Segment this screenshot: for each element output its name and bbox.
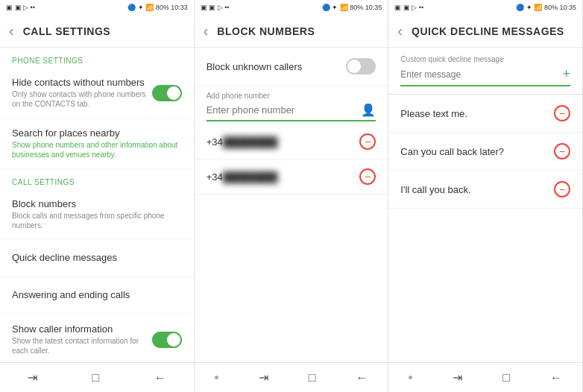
decline-msg-3: I'll call you back. xyxy=(400,184,470,195)
nav-back-3[interactable]: ← xyxy=(550,371,562,385)
decline-msg-row-1: Please text me. − xyxy=(388,95,582,133)
custom-label: Custom quick decline message xyxy=(400,55,570,63)
top-bar-3: ‹ QUICK DECLINE MESSAGES xyxy=(388,15,582,48)
status-icons-right-2: 🔵 ✦ 📶 80% 10:35 xyxy=(322,4,382,11)
call-settings-content: PHONE SETTINGS Hide contacts without num… xyxy=(0,48,194,362)
add-message-button[interactable]: + xyxy=(563,66,571,82)
section-call-settings: CALL SETTINGS xyxy=(0,169,194,189)
custom-message-section: Custom quick decline message + xyxy=(388,48,582,95)
nav-recents-1[interactable]: ⇥ xyxy=(28,370,37,385)
page-title-1: CALL SETTINGS xyxy=(23,25,110,37)
hide-contacts-toggle[interactable] xyxy=(152,85,182,101)
nav-home-2[interactable]: □ xyxy=(309,371,316,385)
status-icons-left-3: ▣ ▣ ▷ •• xyxy=(394,4,423,11)
status-icons-left-1: ▣ ▣ ▷ •• xyxy=(6,4,35,11)
answering-ending-title: Answering and ending calls xyxy=(12,289,182,300)
status-bar-right-2: 🔵 ✦ 📶 80% 10:35 xyxy=(322,4,382,11)
block-numbers-desc: Block calls and messages from specific p… xyxy=(12,211,182,230)
remove-number-2[interactable]: − xyxy=(359,168,376,185)
answering-ending-item[interactable]: Answering and ending calls xyxy=(0,277,194,314)
quick-decline-title: Quick decline messages xyxy=(12,252,182,263)
back-button-3[interactable]: ‹ xyxy=(397,22,403,39)
hide-contacts-title: Hide contacts without numbers xyxy=(12,77,152,88)
status-bar-left-1: ▣ ▣ ▷ •• xyxy=(6,4,35,11)
block-unknown-row[interactable]: Block unknown callers xyxy=(195,48,388,86)
status-icons-right-3: 🔵 ✦ 📶 80% 10:35 xyxy=(516,4,576,11)
caller-info-toggle[interactable] xyxy=(152,332,182,348)
nav-home-1[interactable]: □ xyxy=(92,371,99,385)
block-unknown-label: Block unknown callers xyxy=(207,61,303,72)
page-title-3: QUICK DECLINE MESSAGES xyxy=(412,25,564,37)
search-places-desc: Show phone numbers and other information… xyxy=(12,140,182,159)
status-bar-left-3: ▣ ▣ ▷ •• xyxy=(394,4,423,11)
decline-msg-row-2: Can you call back later? − xyxy=(388,133,582,171)
nav-back-1[interactable]: ← xyxy=(154,371,166,385)
remove-number-1[interactable]: − xyxy=(359,133,376,150)
caller-info-item[interactable]: Show caller information Show the latest … xyxy=(0,314,194,362)
caller-info-title: Show caller information xyxy=(12,323,152,335)
remove-msg-3[interactable]: − xyxy=(554,181,570,197)
add-number-section: Add phone number 👤 xyxy=(195,86,388,124)
hide-contacts-desc: Only show contacts with phone numbers on… xyxy=(12,89,152,109)
remove-msg-1[interactable]: − xyxy=(554,105,570,121)
back-button-1[interactable]: ‹ xyxy=(9,22,14,39)
bottom-nav-3: ⇥ □ ← xyxy=(388,362,582,392)
nav-back-2[interactable]: ← xyxy=(356,371,368,385)
blocked-number-row-2: +34████████ − xyxy=(195,159,388,195)
status-bar-3: ▣ ▣ ▷ •• 🔵 ✦ 📶 80% 10:35 xyxy=(388,0,582,15)
nav-recents-3[interactable]: ⇥ xyxy=(453,370,462,385)
status-bar-2: ▣ ▣ ▷ •• 🔵 ✦ 📶 80% 10:35 xyxy=(195,0,388,15)
nav-dot-3 xyxy=(409,376,412,379)
back-button-2[interactable]: ‹ xyxy=(204,22,209,39)
custom-input-row: + xyxy=(400,66,570,86)
panel-call-settings: ▣ ▣ ▷ •• 🔵 ✦ 📶 80% 10:33 ‹ CALL SETTINGS… xyxy=(0,0,195,392)
panel-block-numbers: ▣ ▣ ▷ •• 🔵 ✦ 📶 80% 10:35 ‹ BLOCK NUMBERS… xyxy=(195,0,389,392)
nav-recents-2[interactable]: ⇥ xyxy=(259,370,268,385)
search-places-title: Search for places nearby xyxy=(12,127,182,139)
top-bar-2: ‹ BLOCK NUMBERS xyxy=(195,15,388,48)
blocked-number-2: +34████████ xyxy=(207,171,278,183)
search-places-item[interactable]: Search for places nearby Show phone numb… xyxy=(0,118,194,169)
bottom-nav-2: ⇥ □ ← xyxy=(195,362,388,392)
remove-msg-2[interactable]: − xyxy=(554,143,570,159)
block-numbers-content: Block unknown callers Add phone number 👤… xyxy=(195,48,388,362)
status-bar-1: ▣ ▣ ▷ •• 🔵 ✦ 📶 80% 10:33 xyxy=(0,0,194,15)
phone-input-row: 👤 xyxy=(207,103,376,121)
block-numbers-item[interactable]: Block numbers Block calls and messages f… xyxy=(0,189,194,240)
add-number-label: Add phone number xyxy=(207,92,376,100)
panel-quick-decline: ▣ ▣ ▷ •• 🔵 ✦ 📶 80% 10:35 ‹ QUICK DECLINE… xyxy=(388,0,583,392)
person-icon: 👤 xyxy=(361,103,376,117)
section-phone-settings: PHONE SETTINGS xyxy=(0,48,194,68)
decline-msg-1: Please text me. xyxy=(400,108,467,119)
blocked-number-row-1: +34████████ − xyxy=(195,124,388,159)
block-numbers-title: Block numbers xyxy=(12,198,182,209)
status-icons-left-2: ▣ ▣ ▷ •• xyxy=(201,4,230,11)
decline-msg-2: Can you call back later? xyxy=(400,146,504,157)
block-unknown-toggle[interactable] xyxy=(346,58,376,75)
status-bar-right-1: 🔵 ✦ 📶 80% 10:33 xyxy=(127,4,188,11)
blocked-number-1: +34████████ xyxy=(207,136,278,148)
top-bar-1: ‹ CALL SETTINGS xyxy=(0,15,194,48)
page-title-2: BLOCK NUMBERS xyxy=(217,25,315,37)
status-bar-left-2: ▣ ▣ ▷ •• xyxy=(201,4,230,11)
bottom-nav-1: ⇥ □ ← xyxy=(0,362,194,392)
nav-home-3[interactable]: □ xyxy=(502,371,510,385)
status-bar-right-3: 🔵 ✦ 📶 80% 10:35 xyxy=(516,4,576,11)
custom-message-input[interactable] xyxy=(400,69,562,80)
quick-decline-item[interactable]: Quick decline messages xyxy=(0,240,194,277)
phone-input[interactable] xyxy=(207,104,362,116)
caller-info-desc: Show the latest contact information for … xyxy=(12,336,152,355)
decline-msg-row-3: I'll call you back. − xyxy=(388,171,582,209)
nav-dot-2 xyxy=(215,376,218,379)
hide-contacts-item[interactable]: Hide contacts without numbers Only show … xyxy=(0,68,194,118)
status-icons-right-1: 🔵 ✦ 📶 80% 10:33 xyxy=(127,4,188,11)
quick-decline-content: Custom quick decline message + Please te… xyxy=(388,48,582,362)
